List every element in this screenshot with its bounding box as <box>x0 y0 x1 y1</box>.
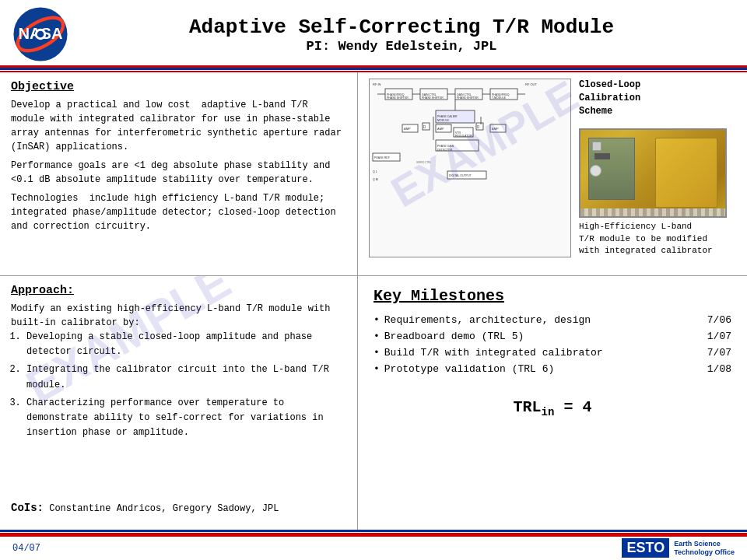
svg-text:PHASE CALIBR: PHASE CALIBR <box>437 115 458 118</box>
milestone-label-4: Prototype validation (TRL 6) <box>384 363 700 375</box>
nasa-logo: NASA <box>12 6 68 62</box>
module-caption: High-Efficiency L-bandT/R module to be m… <box>579 221 736 257</box>
svg-text:T-MODULE: T-MODULE <box>492 96 507 100</box>
approach-section: Approach: Modify an existing high-effici… <box>0 276 357 530</box>
esto-tagline: Earth ScienceTechnology Office <box>674 540 735 557</box>
page-footer: 04/07 ESTO Earth ScienceTechnology Offic… <box>0 534 747 559</box>
component-1 <box>592 142 601 151</box>
objective-paragraph-2: Performance goals are <1 deg absolute ph… <box>11 159 346 187</box>
svg-text:SERVO CTRL: SERVO CTRL <box>416 161 431 164</box>
module-photo <box>579 128 727 218</box>
trl-sub: in <box>542 406 555 418</box>
milestone-item-1: • Requirements, architecture, design 7/0… <box>374 314 731 326</box>
objective-paragraph-3: Technologies include high efficiency L-b… <box>11 191 346 233</box>
milestone-label-3: Build T/R with integrated calibrator <box>384 347 700 359</box>
svg-text:MODULE: MODULE <box>437 119 450 122</box>
svg-text:RF OUT: RF OUT <box>525 82 537 86</box>
svg-text:RF IN: RF IN <box>373 82 381 86</box>
milestones-list: • Requirements, architecture, design 7/0… <box>374 314 731 375</box>
milestones-title: Key Milestones <box>374 287 731 305</box>
approach-steps: Developing a stable closed-loop amplitud… <box>26 330 346 440</box>
milestone-label-1: Requirements, architecture, design <box>384 314 700 326</box>
footer-blue-line <box>0 530 747 532</box>
main-content: Objective Develop a practical and low co… <box>0 72 747 530</box>
esto-logo-box: ESTO <box>622 538 669 558</box>
milestone-date-2: 1/07 <box>700 331 731 342</box>
cois-line: CoIs: Constantine Andricos, Gregory Sado… <box>11 502 279 514</box>
milestone-date-4: 1/08 <box>700 363 731 375</box>
right-column: RF IN RF OUT PHASE/FREQ PHASE SHIFTER GA… <box>358 72 747 530</box>
page-subtitle: PI: Wendy Edelstein, JPL <box>68 39 735 54</box>
milestone-item-4: • Prototype validation (TRL 6) 1/08 <box>374 363 731 375</box>
closed-loop-label: Closed-LoopCalibrationScheme <box>579 79 736 117</box>
approach-step-1: Developing a stable closed-loop amplitud… <box>26 330 346 359</box>
approach-title: Approach: <box>11 284 346 297</box>
objective-section: Objective Develop a practical and low co… <box>0 72 357 276</box>
module-photo-area: High-Efficiency L-bandT/R module to be m… <box>579 128 736 257</box>
milestone-item-2: • Breadboard demo (TRL 5) 1/07 <box>374 331 731 342</box>
svg-text:PHASE SHIFTER: PHASE SHIFTER <box>422 96 444 100</box>
svg-point-4 <box>37 31 44 38</box>
diagram-right-panel: Closed-LoopCalibrationScheme <box>579 79 736 269</box>
blue-line <box>0 68 747 70</box>
left-column: Objective Develop a practical and low co… <box>0 72 358 530</box>
svg-text:DETECTOR: DETECTOR <box>437 149 453 152</box>
circuit-diagram: RF IN RF OUT PHASE/FREQ PHASE SHIFTER GA… <box>369 79 571 257</box>
svg-text:PHASE SHIFTER: PHASE SHIFTER <box>457 96 479 100</box>
ruler <box>580 208 725 216</box>
svg-text:AMP: AMP <box>492 127 499 131</box>
component-2 <box>594 153 610 159</box>
diagram-area: RF IN RF OUT PHASE/FREQ PHASE SHIFTER GA… <box>369 79 736 269</box>
cois-label: CoIs: <box>11 502 44 514</box>
svg-text:AMP: AMP <box>404 127 411 131</box>
trl-display: TRLin = 4 <box>374 398 731 418</box>
cois-names: Constantine Andricos, Gregory Sadowy, JP… <box>49 503 279 514</box>
milestones-section: Key Milestones • Requirements, architect… <box>358 276 747 530</box>
milestone-date-1: 7/06 <box>700 314 731 326</box>
svg-text:PHASE REF: PHASE REF <box>374 156 390 159</box>
approach-step-3: Characterizing performance over temperat… <box>26 396 346 441</box>
approach-step-2: Integrating the calibrator circuit into … <box>26 362 346 392</box>
circuit-svg: RF IN RF OUT PHASE/FREQ PHASE SHIFTER GA… <box>370 79 571 243</box>
svg-text:DIGITAL OUTPUT: DIGITAL OUTPUT <box>449 174 472 177</box>
milestone-date-3: 7/07 <box>700 347 731 359</box>
milestone-item-3: • Build T/R with integrated calibrator 7… <box>374 347 731 359</box>
svg-text:REGULATOR: REGULATOR <box>455 135 472 138</box>
header-title-block: Adaptive Self-Correcting T/R Module PI: … <box>68 16 735 54</box>
objective-title: Objective <box>11 80 346 93</box>
svg-text:PHASE GAIN: PHASE GAIN <box>437 145 454 148</box>
svg-text:Q M: Q M <box>373 178 378 181</box>
esto-logo: ESTO Earth ScienceTechnology Office <box>622 538 735 558</box>
diagram-section: RF IN RF OUT PHASE/FREQ PHASE SHIFTER GA… <box>358 72 747 276</box>
page-header: NASA Adaptive Self-Correcting T/R Module… <box>0 0 747 68</box>
svg-text:AMP: AMP <box>437 127 444 131</box>
trl-label: TRL <box>514 398 542 416</box>
objective-paragraph-1: Develop a practical and low cost adaptiv… <box>11 98 346 154</box>
svg-text:Q 1: Q 1 <box>373 170 377 173</box>
trl-value: = 4 <box>554 398 591 416</box>
milestone-label-2: Breadboard demo (TRL 5) <box>384 331 700 342</box>
module-body <box>655 138 717 208</box>
page-title: Adaptive Self-Correcting T/R Module <box>68 16 735 39</box>
approach-intro: Modify an existing high-efficiency L-ban… <box>11 302 346 330</box>
svg-text:PHASE SHIFTER: PHASE SHIFTER <box>387 96 409 100</box>
footer-date: 04/07 <box>12 543 40 554</box>
